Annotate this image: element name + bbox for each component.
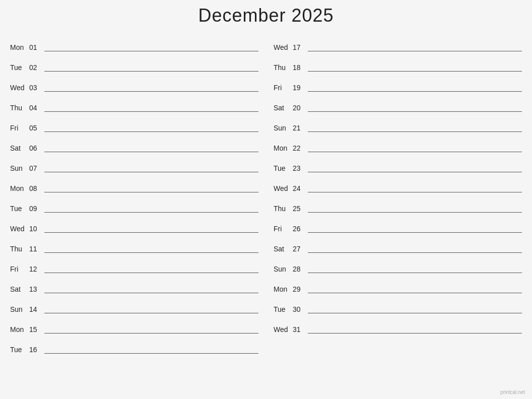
day-row: Fri19 — [274, 76, 522, 93]
day-line — [44, 91, 258, 92]
day-line — [44, 172, 258, 172]
day-number: 06 — [29, 144, 43, 153]
day-number: 28 — [293, 265, 307, 274]
left-column: Mon01Tue02Wed03Thu04Fri05Sat06Sun07Mon08… — [10, 35, 258, 358]
day-row: Fri26 — [274, 217, 522, 234]
day-row: Sun21 — [274, 116, 522, 133]
day-line — [44, 273, 258, 273]
day-name: Fri — [274, 84, 293, 93]
day-row: Fri12 — [10, 257, 258, 274]
day-row: Tue09 — [10, 196, 258, 214]
day-name: Wed — [10, 84, 29, 93]
day-row: Thu04 — [10, 96, 258, 113]
day-number: 03 — [29, 84, 43, 93]
day-line — [308, 131, 522, 132]
day-line — [44, 333, 258, 334]
day-row: Sun07 — [10, 156, 258, 173]
day-name: Sun — [10, 164, 29, 173]
day-number: 22 — [293, 144, 307, 153]
day-number: 17 — [293, 43, 307, 52]
day-line — [44, 313, 258, 313]
day-number: 25 — [293, 205, 307, 214]
day-row: Mon29 — [274, 277, 522, 294]
day-name: Tue — [10, 63, 29, 73]
calendar-title: December 2025 — [10, 5, 522, 26]
day-row: Tue23 — [274, 156, 522, 173]
day-number: 12 — [29, 265, 43, 274]
day-line — [308, 111, 522, 112]
day-number: 30 — [293, 305, 307, 314]
day-number: 08 — [29, 184, 43, 193]
day-name: Thu — [10, 245, 29, 254]
day-name: Sat — [274, 245, 293, 254]
day-name: Tue — [274, 305, 293, 314]
day-number: 21 — [293, 124, 307, 133]
day-name: Mon — [10, 184, 29, 193]
day-row: Tue30 — [274, 297, 522, 314]
day-line — [308, 232, 522, 233]
day-line — [44, 212, 258, 213]
day-name: Sun — [274, 124, 293, 133]
day-row: Sat13 — [10, 277, 258, 294]
right-column: Wed17Thu18Fri19Sat20Sun21Mon22Tue23Wed24… — [274, 35, 522, 358]
day-number: 31 — [293, 325, 307, 335]
day-name: Mon — [10, 325, 29, 335]
day-row: Wed10 — [10, 217, 258, 234]
day-number: 05 — [29, 124, 43, 133]
day-name: Sun — [10, 305, 29, 314]
day-row: Tue16 — [10, 338, 258, 355]
day-name: Mon — [274, 285, 293, 294]
day-number: 11 — [29, 245, 43, 254]
day-row: Fri05 — [10, 116, 258, 133]
day-number: 13 — [29, 285, 43, 294]
day-name: Sat — [10, 285, 29, 294]
day-name: Tue — [10, 205, 29, 214]
day-name: Sat — [10, 144, 29, 153]
day-name: Wed — [10, 225, 29, 234]
day-row: Wed17 — [274, 35, 522, 52]
calendar-page: December 2025 Mon01Tue02Wed03Thu04Fri05S… — [0, 0, 532, 399]
day-line — [308, 71, 522, 72]
calendar-grid: Mon01Tue02Wed03Thu04Fri05Sat06Sun07Mon08… — [10, 35, 522, 358]
day-name: Thu — [10, 104, 29, 113]
day-number: 01 — [29, 43, 43, 52]
day-row: Mon08 — [10, 176, 258, 193]
day-name: Sat — [274, 104, 293, 113]
day-name: Mon — [274, 144, 293, 153]
day-name: Wed — [274, 184, 293, 193]
day-number: 16 — [29, 346, 43, 355]
day-line — [308, 172, 522, 172]
day-line — [44, 232, 258, 233]
day-line — [44, 192, 258, 192]
day-number: 04 — [29, 104, 43, 113]
day-name: Sun — [274, 265, 293, 274]
day-number: 26 — [293, 225, 307, 234]
day-name: Fri — [274, 225, 293, 234]
day-number: 19 — [293, 84, 307, 93]
day-line — [44, 353, 258, 354]
day-row: Sat20 — [274, 96, 522, 113]
day-number: 10 — [29, 225, 43, 234]
day-line — [44, 111, 258, 112]
day-name: Wed — [274, 325, 293, 335]
day-row: Thu11 — [10, 237, 258, 254]
day-line — [308, 273, 522, 273]
day-name: Mon — [10, 43, 29, 52]
day-name: Thu — [274, 63, 293, 73]
day-row: Mon01 — [10, 35, 258, 52]
day-line — [308, 152, 522, 152]
day-number: 09 — [29, 205, 43, 214]
day-number: 15 — [29, 325, 43, 335]
day-line — [44, 252, 258, 253]
day-name: Wed — [274, 43, 293, 52]
day-line — [308, 313, 522, 313]
day-line — [44, 51, 258, 51]
day-row: Wed31 — [274, 317, 522, 335]
day-row: Sat27 — [274, 237, 522, 254]
day-number: 27 — [293, 245, 307, 254]
day-number: 29 — [293, 285, 307, 294]
day-line — [308, 51, 522, 51]
day-line — [44, 152, 258, 152]
day-number: 20 — [293, 104, 307, 113]
day-number: 02 — [29, 63, 43, 73]
